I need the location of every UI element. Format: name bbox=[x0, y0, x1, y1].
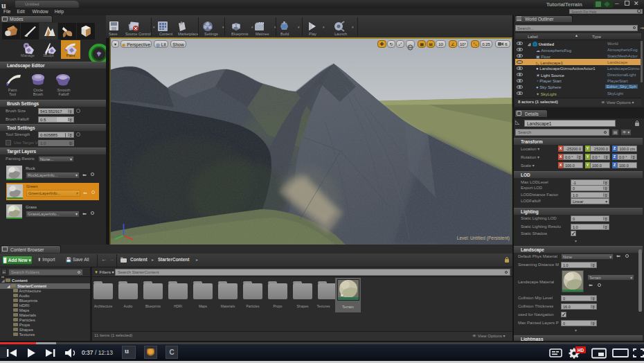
svg-text:Level: Untitled (Persistent): Level: Untitled (Persistent) bbox=[457, 236, 510, 241]
svg-text:HD: HD bbox=[578, 348, 584, 353]
